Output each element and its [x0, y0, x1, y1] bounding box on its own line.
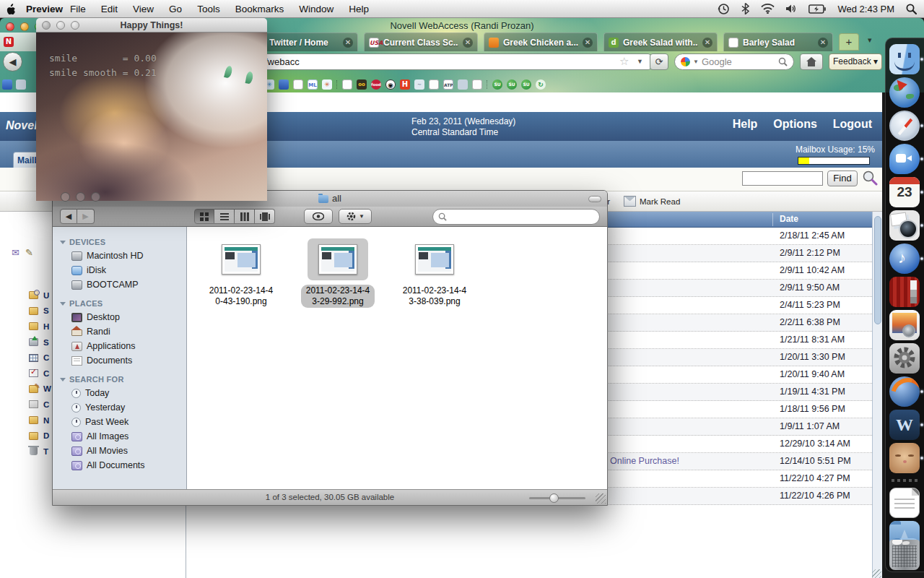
dock-aperture-icon[interactable] [889, 210, 920, 241]
webcam-titlebar[interactable]: Happy Things! [36, 18, 267, 33]
minimize-button[interactable] [56, 21, 65, 30]
disclosure-triangle[interactable] [60, 378, 66, 381]
active-app-menu[interactable]: Preview [26, 4, 63, 14]
reload-button[interactable]: ⟳ [650, 53, 668, 70]
sidebar-item-idisk[interactable]: iDisk [53, 263, 186, 277]
bookmark-favicon[interactable]: ✳ [322, 79, 332, 90]
folder-item[interactable]: C [29, 366, 51, 381]
folder-item[interactable]: S [29, 303, 51, 319]
close-button[interactable] [42, 21, 51, 30]
bookmark-favicon[interactable] [279, 79, 289, 90]
sidebar-item-desktop[interactable]: Desktop [53, 310, 186, 324]
bookmark-favicon[interactable]: ~ [414, 79, 424, 90]
file-item-selected[interactable]: 2011-02-23-14-4 3-29-992.png [289, 238, 386, 308]
new-tab-button[interactable]: + [839, 33, 859, 51]
options-link[interactable]: Options [773, 118, 816, 131]
find-button[interactable]: Find [827, 171, 858, 186]
home-button[interactable] [800, 53, 823, 70]
bookmark-favicon[interactable] [2, 79, 12, 90]
window-resize-grip[interactable] [872, 569, 881, 578]
bookmark-favicon[interactable] [342, 79, 352, 90]
close-button[interactable] [61, 192, 70, 202]
folder-item[interactable]: D [29, 428, 51, 444]
tab-greek-chicken[interactable]: Greek Chicken a... ✕ [484, 33, 598, 51]
close-icon[interactable]: ✕ [702, 38, 712, 48]
spotlight-icon[interactable] [906, 4, 917, 14]
dock-itunes-icon[interactable] [889, 243, 920, 274]
bookmark-favicon[interactable]: oo [357, 79, 367, 90]
mail-icon[interactable]: ✉ [12, 247, 19, 258]
file-item[interactable]: 2011-02-23-14-4 3-38-039.png [386, 238, 483, 308]
bookmark-star-icon[interactable]: ☆ [619, 55, 629, 68]
sidebar-item-all-images[interactable]: All Images [53, 429, 186, 444]
dock-trash-icon[interactable] [889, 540, 920, 570]
menu-item[interactable]: Go [169, 4, 182, 14]
sidebar-item-documents[interactable]: Documents [53, 353, 186, 368]
logout-link[interactable]: Logout [833, 118, 872, 131]
menu-item[interactable]: View [133, 4, 154, 14]
sidebar-item-macintosh-hd[interactable]: Macintosh HD [53, 249, 186, 263]
icon-view-button[interactable] [194, 209, 214, 224]
dock-microsoft-word-icon[interactable]: W [889, 410, 920, 440]
sidebar-item-past-week[interactable]: Past Week [53, 415, 186, 429]
bookmark-favicon[interactable]: SU [492, 79, 502, 90]
finder-resize-grip[interactable] [596, 493, 606, 504]
toolbar-button[interactable]: Mark Read [624, 196, 680, 207]
sidebar-item-all-documents[interactable]: All Documents [53, 458, 186, 473]
bookmark-favicon[interactable]: H [400, 79, 410, 90]
back-button[interactable]: ◀ [60, 209, 77, 224]
wifi-icon[interactable] [761, 4, 775, 14]
help-link[interactable]: Help [733, 118, 758, 131]
advanced-find-icon[interactable] [862, 170, 878, 186]
feedback-button[interactable]: Feedback ▾ [829, 53, 882, 70]
folder-item[interactable]: W [29, 381, 51, 397]
folder-item[interactable]: N [29, 413, 51, 428]
bookmark-favicon[interactable] [336, 80, 338, 89]
volume-icon[interactable] [786, 4, 797, 14]
menu-item[interactable]: Edit [101, 4, 118, 14]
close-button[interactable] [6, 22, 14, 31]
tab-current-class[interactable]: USA Current Class Sc... ✕ [364, 33, 478, 51]
tab-twitter[interactable]: Twitter / Home ✕ [264, 33, 358, 51]
menu-item[interactable]: Window [299, 4, 334, 14]
toolbar-toggle-button[interactable] [588, 196, 601, 202]
date-column-header[interactable]: Date [780, 214, 798, 224]
close-icon[interactable]: ✕ [818, 38, 828, 48]
folder-item[interactable]: U [29, 288, 51, 303]
time-machine-icon[interactable] [718, 3, 730, 15]
icon-size-slider[interactable] [529, 497, 585, 499]
disclosure-triangle[interactable] [60, 302, 66, 306]
engine-dropdown-icon[interactable]: ▼ [693, 59, 699, 65]
bluetooth-icon[interactable] [741, 3, 749, 14]
finder-search-field[interactable] [432, 209, 600, 225]
dock-safari-icon[interactable] [889, 111, 920, 141]
slider-thumb[interactable] [549, 493, 559, 503]
back-button[interactable]: ◀ [3, 52, 22, 72]
bookmark-favicon[interactable]: ↻ [536, 79, 546, 90]
tab-active-fragment[interactable]: N [0, 33, 38, 51]
bookmark-favicon[interactable]: SU [521, 79, 531, 90]
folder-item[interactable]: C [29, 350, 51, 366]
sidebar-item-all-movies[interactable]: All Movies [53, 444, 186, 458]
zoom-button[interactable] [91, 192, 100, 202]
scrollbar-thumb[interactable] [874, 216, 881, 324]
list-view-button[interactable] [214, 209, 235, 224]
dock-system-preferences-icon[interactable] [889, 343, 920, 374]
folder-item[interactable]: T [29, 444, 51, 460]
search-icon[interactable] [778, 57, 788, 66]
forward-button[interactable]: ▶ [77, 209, 95, 224]
menu-bar-clock[interactable]: Wed 2:43 PM [837, 4, 894, 14]
sidebar-item-yesterday[interactable]: Yesterday [53, 400, 186, 415]
folder-item[interactable]: S [29, 335, 51, 350]
search-field[interactable]: ▼ Google [674, 53, 794, 70]
bookmark-favicon[interactable]: SU [507, 79, 517, 90]
tab-barley-salad[interactable]: Barley Salad ✕ [723, 33, 833, 51]
bookmark-favicon[interactable] [458, 79, 468, 90]
dock-internet-globe-icon[interactable] [889, 77, 920, 108]
action-button[interactable]: ▼ [339, 209, 372, 224]
file-item[interactable]: 2011-02-23-14-4 0-43-190.png [193, 238, 289, 308]
compose-icon[interactable]: ✎ [25, 247, 33, 258]
sidebar-item-randi[interactable]: Randi [53, 324, 186, 339]
bookmark-favicon[interactable] [472, 79, 482, 90]
quick-look-button[interactable] [304, 209, 333, 224]
